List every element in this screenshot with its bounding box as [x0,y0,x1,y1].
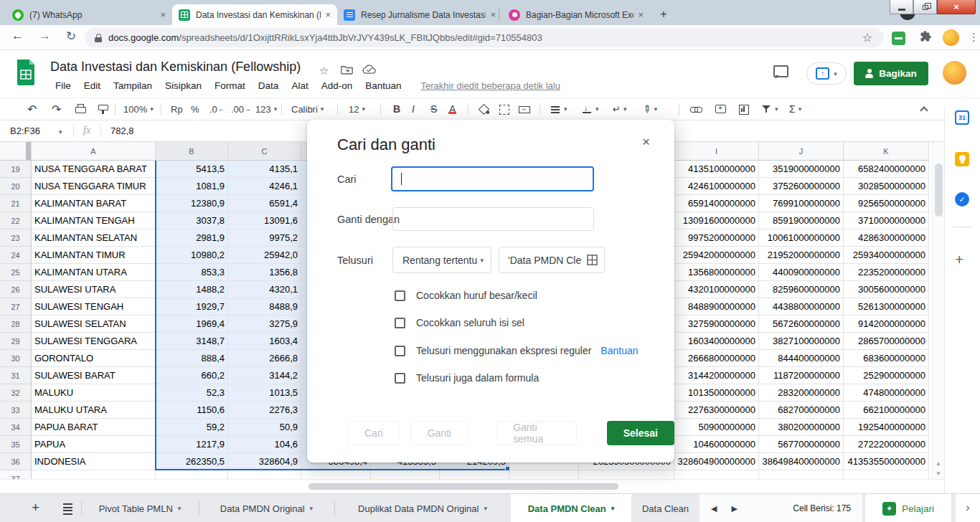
cell-B29[interactable]: 3148,7 [156,333,228,350]
cell-B24[interactable]: 10980,2 [156,247,228,264]
row-header-36[interactable]: 36 [0,453,32,470]
cell-B22[interactable]: 3037,8 [156,212,228,229]
vertical-scrollbar-thumb[interactable] [935,163,943,217]
cell-K34[interactable]: 1925400000000 [844,419,929,436]
cell-K32[interactable]: 474800000000 [844,384,929,402]
cell-A28[interactable]: SULAWESI SELATAN [32,315,156,333]
formula-input[interactable]: 782,8 [110,125,134,136]
browser-tab[interactable]: (7) WhatsApp× [6,4,172,25]
cell-C34[interactable]: 50,9 [228,419,301,436]
menu-alat[interactable]: Alat [285,77,314,94]
prev-sheet-icon[interactable]: ◀ [711,504,717,513]
menu-tampilan[interactable]: Tampilan [107,77,159,94]
cell-B33[interactable]: 1150,6 [156,402,228,419]
search-scope-select[interactable]: Rentang tertentu ▾ [392,247,491,273]
browser-tab[interactable]: Resep Jurnalisme Data Investasi d× [337,4,502,25]
cell-C24[interactable]: 25942,0 [228,247,301,264]
font-select[interactable]: Calibri▾ [291,98,324,120]
cell-C19[interactable]: 4135,1 [228,161,301,178]
cell-J22[interactable]: 8591900000000 [759,212,844,229]
filter-select[interactable]: ▾ [760,98,778,120]
row-header-32[interactable]: 32 [0,384,32,402]
cell-I34[interactable]: 50900000000 [674,419,759,436]
cell-I21[interactable]: 6591400000000 [674,195,759,212]
sheet-tab-data-pmdn-clean[interactable]: Data PMDN Clean▾ [511,494,631,522]
add-sheet-button[interactable]: + [32,500,39,516]
cell-A23[interactable]: KALIMANTAN SELATAN [32,229,156,247]
cell-I20[interactable]: 4246100000000 [674,178,759,195]
text-color-button[interactable]: A [449,98,456,120]
cell-K25[interactable]: 2235200000000 [844,264,929,281]
menu-data[interactable]: Data [252,77,286,94]
cell-B28[interactable]: 1969,4 [156,315,228,333]
cell-B27[interactable]: 1929,7 [156,298,228,315]
menu-edit[interactable]: Edit [77,77,107,94]
cell-I35[interactable]: 104600000000 [674,436,759,453]
cell-C22[interactable]: 13091,6 [228,212,301,229]
name-box[interactable]: B2:F36 [10,125,40,136]
name-box-caret-icon[interactable]: ▾ [59,128,62,136]
horizontal-scrollbar[interactable] [0,479,944,493]
cell-J25[interactable]: 4400900000000 [759,264,844,281]
cell-C33[interactable]: 2276,3 [228,402,301,419]
move-to-folder-icon[interactable] [341,65,353,77]
vertical-scrollbar[interactable]: ▲ ▼ [932,142,944,479]
selesai-button[interactable]: Selesai [607,421,674,445]
selection-fill-handle[interactable] [505,466,510,471]
keep-icon[interactable] [955,152,969,166]
cell-J30[interactable]: 844400000000 [759,350,844,367]
account-avatar[interactable] [943,61,966,85]
cloud-saved-icon[interactable] [362,65,376,77]
tab-close-icon[interactable]: × [490,10,496,19]
cell-C28[interactable]: 3275,9 [228,315,301,333]
sheet-tab-caret-icon[interactable]: ▾ [484,505,487,512]
get-addons-icon[interactable]: + [955,251,963,268]
menu-sisipkan[interactable]: Sisipkan [159,77,208,94]
sheet-tab-caret-icon[interactable]: ▾ [178,505,182,512]
cell-A34[interactable]: PAPUA BARAT [32,419,156,436]
cell-K20[interactable]: 3028500000000 [844,178,929,195]
zoom-select[interactable]: 100%▾ [123,98,154,120]
horizontal-scrollbar-thumb[interactable] [308,483,618,490]
row-header-24[interactable]: 24 [0,247,32,264]
cell-B23[interactable]: 2981,9 [156,229,228,247]
cell-K29[interactable]: 2865700000000 [844,333,929,350]
minimize-button[interactable] [890,0,913,14]
bookmark-star-icon[interactable]: ☆ [862,31,872,44]
row-header-33[interactable]: 33 [0,402,32,419]
browser-tab[interactable]: Data Investasi dan Kemiskinan (F× [172,4,337,25]
cell-B26[interactable]: 1488,2 [156,281,228,298]
cell-K33[interactable]: 662100000000 [844,402,929,419]
sheet-tab-caret-icon[interactable]: ▾ [310,505,314,512]
cell-J32[interactable]: 283200000000 [759,384,844,402]
row-header-23[interactable]: 23 [0,229,32,247]
explore-button[interactable]: ✦ Pelajari [865,494,951,522]
cell-J20[interactable]: 3752600000000 [759,178,844,195]
cell-K22[interactable]: 3710000000000 [844,212,929,229]
cell-B35[interactable]: 1217,9 [156,436,228,453]
calendar-icon[interactable]: 31 [955,110,969,125]
document-title[interactable]: Data Investasi dan Kemiskinan (Fellowshi… [50,60,301,75]
horizontal-align-select[interactable]: ▾ [550,98,567,120]
cell-B36[interactable]: 262350,5 [156,453,228,470]
text-wrap-select[interactable]: ↵▾ [613,98,626,120]
text-rotation-select[interactable]: ✎▾ [643,98,657,120]
cell-I28[interactable]: 3275900000000 [674,315,759,333]
cell-C29[interactable]: 1603,4 [228,333,301,350]
range-input[interactable]: 'Data PMDN Cle [499,247,605,273]
cell-J33[interactable]: 682700000000 [759,402,844,419]
expand-panel-icon[interactable]: › [956,494,980,522]
column-header-C[interactable]: C [228,142,301,161]
cell-B30[interactable]: 888,4 [156,350,228,367]
column-header-J[interactable]: J [759,142,844,161]
italic-button[interactable]: I [412,98,415,120]
menu-format[interactable]: Format [208,77,252,94]
cell-C32[interactable]: 1013,5 [228,384,301,402]
paint-format-icon[interactable] [98,98,109,120]
replace-input[interactable] [392,207,594,231]
row-header-31[interactable]: 31 [0,367,32,384]
column-header-I[interactable]: I [674,142,759,161]
decrease-decimal-button[interactable]: .0← [209,98,225,120]
cell-I19[interactable]: 4135100000000 [674,161,759,178]
cell-A19[interactable]: NUSA TENGGARA BARAT [32,161,156,178]
